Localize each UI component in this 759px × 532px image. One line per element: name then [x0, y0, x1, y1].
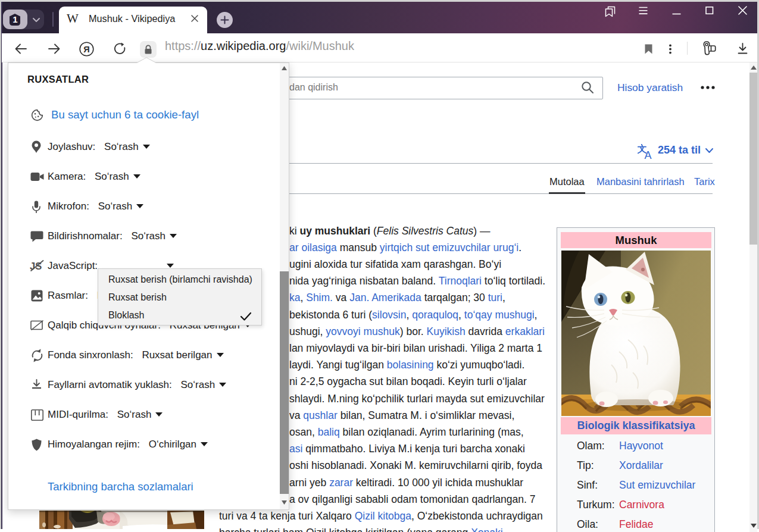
svg-text:A: A: [645, 149, 652, 160]
svg-text:Я: Я: [83, 45, 89, 54]
